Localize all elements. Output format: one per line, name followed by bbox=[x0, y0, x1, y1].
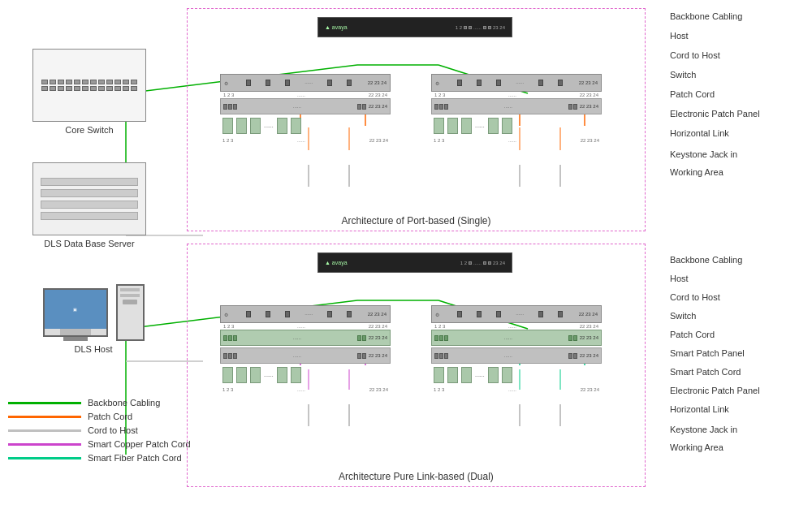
rl-patch-cord: Patch Cord bbox=[670, 86, 808, 101]
main-container: Core Switch DLS Data Base Server ▣ bbox=[0, 0, 812, 522]
rl-keystone-text: Keystone Jack inWorking Area bbox=[670, 149, 737, 177]
top-spine-switch: ▲ avaya 1 2 ...... 23 24 bbox=[317, 17, 512, 37]
rl2-spp-text: Smart Patch Panel bbox=[670, 348, 745, 358]
rl2-keystone-text: Keystone Jack inWorking Area bbox=[670, 425, 737, 452]
rl2-patch-cord-text: Patch Cord bbox=[670, 330, 715, 339]
rl-host-text: Host bbox=[670, 31, 689, 41]
bottom-right-rack: ⚙ ...... 22 23 24 1 2 3......22 23 24 bbox=[431, 305, 602, 393]
top-right-switch: ⚙ ...... 22 23 24 bbox=[431, 74, 602, 92]
rl2-epp-text: Electronic Patch Panel bbox=[670, 386, 760, 395]
rl2-backbone: Backbone Cabling bbox=[670, 252, 808, 266]
rl-horiz-link: Horizontal Link bbox=[670, 125, 808, 140]
rl-backbone-cabling: Backbone Cabling bbox=[670, 8, 808, 23]
rl2-host-text: Host bbox=[670, 274, 689, 283]
dls-host-area: ▣ DLS Host bbox=[16, 284, 171, 354]
bottom-section-border: ▲ avaya 1 2 ...... 23 24 ⚙ bbox=[187, 244, 646, 487]
legend-smart-fiber-line bbox=[8, 457, 81, 459]
monitor-screen: ▣ bbox=[45, 290, 106, 329]
monitor-device: ▣ bbox=[43, 288, 108, 337]
rl2-smart-patch-panel: Smart Patch Panel bbox=[670, 345, 808, 360]
rl2-hl-text: Horizontal Link bbox=[670, 404, 729, 414]
top-right-patch-panel: ...... 22 23 24 bbox=[431, 98, 602, 114]
rl2-backbone-text: Backbone Cabling bbox=[670, 255, 742, 265]
top-left-patch-panel: ...... 22 23 24 bbox=[220, 98, 391, 114]
rl-elec-pp-text: Electronic Patch Panel bbox=[670, 109, 760, 119]
bottom-left-switch: ⚙ ...... 22 23 24 bbox=[220, 305, 391, 323]
rl2-spc-text: Smart Patch Cord bbox=[670, 367, 741, 377]
rl2-cord-host-text: Cord to Host bbox=[670, 292, 720, 302]
rl-switch: Switch bbox=[670, 67, 808, 81]
top-left-switch: ⚙ ...... 22 23 24 bbox=[220, 74, 391, 92]
top-right-rack: ⚙ ...... 22 23 24 1 2 3 ...... 22 23 24 bbox=[431, 74, 602, 144]
bottom-left-horiz-links: ...... bbox=[220, 364, 391, 386]
core-switch-device bbox=[32, 49, 146, 122]
top-right-horiz-links: ...... bbox=[431, 114, 602, 137]
dls-server-area: DLS Data Base Server bbox=[24, 162, 154, 248]
legend-cord-host-line bbox=[8, 429, 81, 432]
dls-server-device bbox=[32, 162, 146, 235]
legend-cord-host-text: Cord to Host bbox=[88, 425, 138, 435]
right-labels-top: Backbone Cabling Host Cord to Host Switc… bbox=[670, 8, 808, 186]
rl2-smart-patch-cord: Smart Patch Cord bbox=[670, 364, 808, 378]
rl-keystone-jack: Keystone Jack inWorking Area bbox=[670, 145, 808, 181]
rl2-keystone: Keystone Jack inWorking Area bbox=[670, 420, 808, 456]
bottom-right-elec-patch-panel: ...... 22 23 24 bbox=[431, 347, 602, 364]
rl2-switch: Switch bbox=[670, 308, 808, 322]
top-host-server: ▲ avaya 1 2 ...... 23 24 bbox=[317, 17, 512, 37]
legend-backbone-text: Backbone Cabling bbox=[88, 398, 160, 408]
legend-smart-copper-line bbox=[8, 443, 81, 446]
bottom-host-server: ▲ avaya 1 2 ...... 23 24 bbox=[317, 252, 512, 273]
bottom-section-label: Architecture Pure Link-based (Dual) bbox=[188, 471, 645, 482]
top-left-horiz-links: ...... bbox=[220, 114, 391, 137]
rl2-elec-patch-panel: Electronic Patch Panel bbox=[670, 382, 808, 397]
rl-host: Host bbox=[670, 28, 808, 42]
legend-smart-copper-text: Smart Copper Patch Cord bbox=[88, 439, 191, 449]
bottom-spine-switch: ▲ avaya 1 2 ...... 23 24 bbox=[317, 252, 512, 273]
rl-elec-patch-panel: Electronic Patch Panel bbox=[670, 106, 808, 120]
dls-host-label: DLS Host bbox=[16, 344, 171, 354]
dls-server-label: DLS Data Base Server bbox=[24, 239, 154, 248]
legend-smart-fiber-text: Smart Fiber Patch Cord bbox=[88, 453, 182, 463]
rl-backbone-text: Backbone Cabling bbox=[670, 11, 742, 21]
bottom-left-elec-patch-panel: ...... 22 23 24 bbox=[220, 347, 391, 364]
rl-patch-cord-text: Patch Cord bbox=[670, 89, 715, 99]
legend-patch-line bbox=[8, 416, 81, 418]
rl2-host: Host bbox=[670, 270, 808, 285]
bottom-left-rack: ⚙ ...... 22 23 24 1 2 3......22 23 24 bbox=[220, 305, 391, 393]
top-section-border: ▲ avaya 1 2 ...... 23 24 ⚙ bbox=[187, 8, 646, 231]
rl-cord-host-text: Cord to Host bbox=[670, 50, 720, 60]
legend-backbone-line bbox=[8, 402, 81, 404]
core-switch-ports bbox=[41, 80, 138, 91]
core-switch-area: Core Switch bbox=[24, 49, 154, 135]
rl2-patch-cord: Patch Cord bbox=[670, 326, 808, 341]
legend-patch-text: Patch Cord bbox=[88, 412, 132, 421]
rl2-switch-text: Switch bbox=[670, 311, 696, 321]
top-section-label: Architecture of Port-based (Single) bbox=[188, 215, 645, 226]
rl-cord-to-host: Cord to Host bbox=[670, 47, 808, 62]
top-left-rack: ⚙ ...... 22 23 24 1 2 3 ...... 22 23 bbox=[220, 74, 391, 144]
rl-switch-text: Switch bbox=[670, 70, 696, 80]
bottom-right-smart-patch-panel: ...... 22 23 24 bbox=[431, 330, 602, 346]
rl2-cord-to-host: Cord to Host bbox=[670, 289, 808, 304]
core-switch-label: Core Switch bbox=[24, 125, 154, 135]
bottom-right-switch: ⚙ ...... 22 23 24 bbox=[431, 305, 602, 323]
tower-pc-device bbox=[116, 284, 145, 341]
bottom-left-smart-patch-panel: ...... 22 23 24 bbox=[220, 330, 391, 346]
rl2-horiz-link: Horizontal Link bbox=[670, 401, 808, 416]
right-labels-bottom: Backbone Cabling Host Cord to Host Switc… bbox=[670, 252, 808, 460]
rl-horiz-link-text: Horizontal Link bbox=[670, 128, 729, 138]
bottom-right-horiz-links: ...... bbox=[431, 364, 602, 386]
